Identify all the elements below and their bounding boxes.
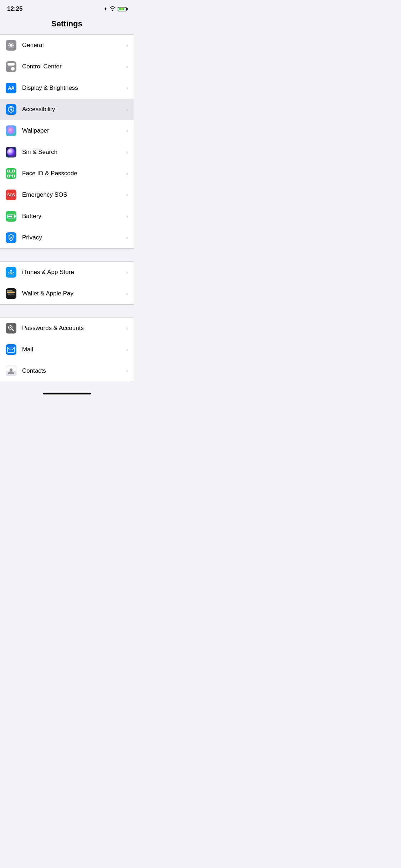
contacts-chevron: › bbox=[126, 368, 128, 374]
settings-row-accessibility[interactable]: Accessibility › bbox=[0, 99, 134, 120]
passwords-label: Passwords & Accounts bbox=[22, 325, 126, 332]
svg-rect-5 bbox=[7, 170, 10, 172]
wallpaper-label: Wallpaper bbox=[22, 127, 126, 134]
svg-point-11 bbox=[10, 272, 12, 274]
display-label: Display & Brightness bbox=[22, 84, 126, 92]
privacy-chevron: › bbox=[126, 235, 128, 241]
settings-row-sos[interactable]: SOS Emergency SOS › bbox=[0, 184, 134, 206]
sos-label: Emergency SOS bbox=[22, 191, 126, 198]
sos-icon: SOS bbox=[6, 190, 16, 200]
status-icons: ✈ ⚡ bbox=[103, 6, 127, 12]
appstore-icon bbox=[6, 267, 16, 278]
display-icon: AA bbox=[6, 83, 16, 93]
mail-chevron: › bbox=[126, 347, 128, 352]
status-bar: 12:25 ✈ ⚡ bbox=[0, 0, 134, 16]
siri-label: Siri & Search bbox=[22, 149, 126, 156]
aa-text: AA bbox=[8, 85, 14, 91]
svg-rect-6 bbox=[12, 170, 15, 172]
svg-rect-8 bbox=[12, 175, 15, 177]
svg-rect-18 bbox=[11, 294, 14, 295]
accessibility-label: Accessibility bbox=[22, 106, 126, 113]
home-indicator-area bbox=[0, 382, 134, 401]
section-gap-1 bbox=[0, 249, 134, 261]
mail-label: Mail bbox=[22, 346, 126, 353]
appstore-label: iTunes & App Store bbox=[22, 269, 126, 276]
svg-point-20 bbox=[10, 327, 11, 328]
privacy-label: Privacy bbox=[22, 234, 126, 241]
passwords-icon bbox=[6, 323, 16, 334]
settings-row-control-center[interactable]: Control Center › bbox=[0, 56, 134, 77]
passwords-chevron: › bbox=[126, 325, 128, 331]
settings-section-store: iTunes & App Store › Wallet & Apple Pay … bbox=[0, 261, 134, 305]
svg-rect-7 bbox=[7, 175, 10, 177]
settings-row-privacy[interactable]: Privacy › bbox=[0, 227, 134, 248]
faceid-label: Face ID & Passcode bbox=[22, 170, 126, 177]
sos-text: SOS bbox=[7, 193, 15, 197]
mail-icon bbox=[6, 344, 16, 355]
settings-row-contacts[interactable]: Contacts › bbox=[0, 360, 134, 382]
settings-row-battery[interactable]: Battery › bbox=[0, 206, 134, 227]
control-center-label: Control Center bbox=[22, 63, 126, 70]
settings-section-system: General › Control Center › AA Display & … bbox=[0, 34, 134, 249]
accessibility-icon-container bbox=[6, 104, 16, 115]
accessibility-chevron: › bbox=[126, 107, 128, 112]
wifi-icon bbox=[110, 6, 115, 12]
svg-rect-15 bbox=[7, 292, 15, 293]
settings-section-accounts: Passwords & Accounts › Mail › Contacts › bbox=[0, 317, 134, 382]
page-title: Settings bbox=[51, 19, 82, 28]
section-gap-2 bbox=[0, 305, 134, 317]
battery-bolt-icon: ⚡ bbox=[120, 7, 124, 11]
privacy-icon bbox=[6, 232, 16, 243]
home-indicator bbox=[43, 393, 91, 394]
contacts-label: Contacts bbox=[22, 367, 126, 374]
settings-row-display[interactable]: AA Display & Brightness › bbox=[0, 77, 134, 99]
nav-title: Settings bbox=[0, 16, 134, 34]
settings-row-wallpaper[interactable]: Wallpaper › bbox=[0, 120, 134, 141]
battery-chevron: › bbox=[126, 213, 128, 219]
appstore-chevron: › bbox=[126, 269, 128, 275]
svg-rect-21 bbox=[7, 347, 15, 352]
svg-point-0 bbox=[10, 45, 12, 46]
control-center-icon bbox=[6, 61, 16, 72]
settings-row-siri[interactable]: Siri & Search › bbox=[0, 141, 134, 163]
wallpaper-chevron: › bbox=[126, 128, 128, 134]
faceid-icon bbox=[6, 168, 16, 179]
svg-point-4 bbox=[10, 109, 12, 110]
siri-chevron: › bbox=[126, 149, 128, 155]
battery-icon bbox=[6, 211, 16, 222]
siri-icon bbox=[6, 147, 16, 157]
settings-row-general[interactable]: General › bbox=[0, 35, 134, 56]
svg-point-9 bbox=[10, 172, 10, 173]
svg-point-22 bbox=[10, 368, 12, 371]
settings-row-wallet[interactable]: Wallet & Apple Pay › bbox=[0, 283, 134, 304]
general-chevron: › bbox=[126, 42, 128, 48]
settings-row-faceid[interactable]: Face ID & Passcode › bbox=[0, 163, 134, 184]
settings-row-passwords[interactable]: Passwords & Accounts › bbox=[0, 317, 134, 339]
svg-rect-17 bbox=[8, 294, 11, 295]
battery-label: Battery bbox=[22, 213, 126, 220]
wallet-label: Wallet & Apple Pay bbox=[22, 290, 126, 297]
sos-chevron: › bbox=[126, 192, 128, 198]
wallet-chevron: › bbox=[126, 291, 128, 296]
settings-row-appstore[interactable]: iTunes & App Store › bbox=[0, 262, 134, 283]
general-label: General bbox=[22, 42, 126, 49]
wallet-icon bbox=[6, 288, 16, 299]
control-center-chevron: › bbox=[126, 64, 128, 69]
airplane-icon: ✈ bbox=[103, 6, 108, 12]
display-chevron: › bbox=[126, 85, 128, 91]
faceid-chevron: › bbox=[126, 171, 128, 176]
svg-point-10 bbox=[11, 172, 12, 173]
settings-row-mail[interactable]: Mail › bbox=[0, 339, 134, 360]
status-time: 12:25 bbox=[7, 5, 22, 12]
svg-rect-14 bbox=[7, 290, 12, 291]
battery-status: ⚡ bbox=[118, 7, 127, 11]
wallpaper-icon bbox=[6, 125, 16, 136]
contacts-icon bbox=[6, 366, 16, 376]
general-icon bbox=[6, 40, 16, 51]
